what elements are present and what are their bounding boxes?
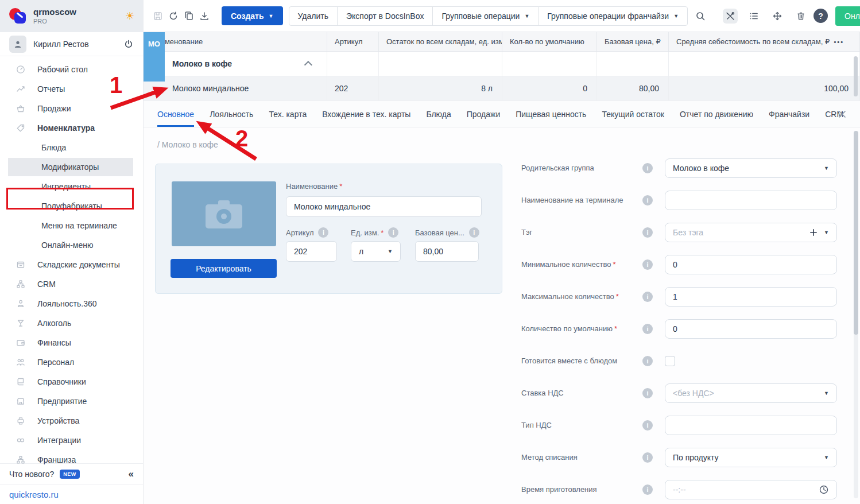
sidebar-item-персонал[interactable]: Персонал: [0, 352, 143, 372]
table-row-group[interactable]: Молоко в кофе: [144, 52, 860, 76]
help-button[interactable]: ?: [813, 9, 828, 23]
sidebar-item-предприятие[interactable]: Предприятие: [0, 391, 143, 411]
theme-toggle-sun-icon[interactable]: ☀: [125, 10, 134, 22]
sidebar-item-полуфабрикаты[interactable]: Полуфабрикаты: [0, 196, 143, 216]
sidebar-item-интеграции[interactable]: Интеграции: [0, 431, 143, 450]
tab-основное[interactable]: Основное: [157, 101, 194, 127]
tab-франчайзи[interactable]: Франчайзи: [769, 101, 809, 127]
action-button-3[interactable]: Групповые операции франчайзи▼: [538, 6, 688, 26]
min-quantity-input[interactable]: 0: [665, 255, 837, 274]
sidebar-item-онлайн-меню[interactable]: Онлайн-меню: [0, 235, 143, 255]
info-icon[interactable]: i: [642, 324, 653, 334]
delete-icon-button[interactable]: [793, 9, 808, 24]
max-quantity-input[interactable]: 1: [665, 287, 837, 307]
table-row-item[interactable]: Молоко миндальное 202 8 л 0 80,00 100,00: [144, 76, 860, 101]
add-tag-icon[interactable]: [809, 228, 818, 237]
info-icon[interactable]: i: [642, 227, 653, 238]
tab-продажи[interactable]: Продажи: [467, 101, 500, 127]
sidebar-item-лояльность-360[interactable]: Лояльность.360: [0, 294, 143, 313]
tab-блюда[interactable]: Блюда: [426, 101, 451, 127]
list-view-button[interactable]: [746, 9, 761, 24]
site-link[interactable]: quickresto.ru: [9, 490, 59, 499]
action-button-0[interactable]: Удалить: [289, 6, 338, 26]
info-icon[interactable]: i: [642, 292, 653, 302]
collapse-sidebar-icon[interactable]: «: [129, 468, 134, 480]
info-icon[interactable]: i: [642, 420, 653, 431]
item-name: Молоко миндальное: [144, 76, 327, 100]
sidebar-item-складские-документы[interactable]: Складские документы: [0, 255, 143, 274]
info-icon[interactable]: i: [318, 227, 328, 238]
chevron-up-icon[interactable]: [304, 61, 312, 69]
close-icon[interactable]: [837, 109, 847, 119]
info-icon[interactable]: i: [642, 259, 653, 270]
parent-group-select[interactable]: Молоко в кофе▼: [665, 158, 837, 178]
sidebar-item-меню-на-терминале[interactable]: Меню на терминале: [0, 216, 143, 235]
default-quantity-input[interactable]: 0: [665, 319, 837, 339]
online-chat-button[interactable]: Онлайн-чат: [835, 6, 860, 26]
base-price-input[interactable]: 80,00: [415, 241, 479, 262]
download-button[interactable]: [199, 9, 210, 24]
tab-лояльность[interactable]: Лояльность: [210, 101, 253, 127]
breadcrumb[interactable]: / Молоко в кофе: [157, 140, 218, 149]
cooked-with-dish-checkbox[interactable]: [665, 356, 675, 366]
sidebar-item-блюда[interactable]: Блюда: [0, 138, 143, 157]
tag-select[interactable]: Без тэга▼: [665, 223, 837, 242]
detail-form: Родительская группаiМолоко в кофе▼Наимен…: [521, 152, 843, 504]
cooking-time-select[interactable]: --:--: [665, 480, 837, 499]
sidebar-item-отчеты[interactable]: Отчеты: [0, 79, 143, 99]
name-input[interactable]: Молоко миндальное: [286, 196, 482, 217]
tools-button[interactable]: [723, 9, 738, 24]
sidebar-item-ингредиенты[interactable]: Ингредиенты: [0, 177, 143, 196]
column-header-4[interactable]: Базовая цена, ₽: [597, 32, 669, 51]
unit-select[interactable]: л▼: [351, 241, 401, 262]
sidebar-item-финансы[interactable]: Финансы: [0, 333, 143, 352]
vat-rate-select[interactable]: <без НДС>▼: [665, 383, 837, 403]
create-button[interactable]: Создать▼: [222, 6, 283, 25]
column-header-0[interactable]: Наименование: [144, 32, 327, 51]
sidebar-item-устройства[interactable]: Устройства: [0, 411, 143, 431]
info-icon[interactable]: i: [469, 227, 479, 238]
info-icon[interactable]: i: [642, 388, 653, 398]
info-icon[interactable]: i: [642, 195, 653, 206]
column-header-2[interactable]: Остаток по всем складам, ед. изм.: [379, 32, 502, 51]
writeoff-method-select[interactable]: По продукту▼: [665, 448, 837, 467]
tab-тех-карта[interactable]: Тех. карта: [269, 101, 307, 127]
action-button-2[interactable]: Групповые операции▼: [432, 6, 539, 26]
search-button[interactable]: [695, 9, 706, 24]
info-icon[interactable]: i: [642, 163, 653, 173]
sidebar-item-crm[interactable]: CRM: [0, 274, 143, 294]
info-icon[interactable]: i: [642, 356, 653, 366]
info-icon[interactable]: i: [642, 452, 653, 463]
sidebar-item-номенклатура[interactable]: Номенклатура: [0, 118, 143, 138]
copy-button[interactable]: [184, 9, 194, 24]
info-icon[interactable]: i: [642, 484, 653, 495]
tab-пищевая-ценность[interactable]: Пищевая ценность: [516, 101, 586, 127]
tab-отчет-по-движению[interactable]: Отчет по движению: [680, 101, 753, 127]
sku-input[interactable]: 202: [286, 241, 337, 262]
column-header-1[interactable]: Артикул: [327, 32, 379, 51]
action-button-1[interactable]: Экспорт в DocsInBox: [337, 6, 433, 26]
terminal-name-input[interactable]: [665, 191, 837, 210]
table-scrollbar-thumb[interactable]: [854, 56, 858, 96]
info-icon[interactable]: i: [388, 227, 398, 238]
tab-вхождение-в-тех-карты[interactable]: Вхождение в тех. карты: [322, 101, 410, 127]
sidebar-item-справочники[interactable]: Справочники: [0, 372, 143, 391]
photo-placeholder[interactable]: [172, 181, 276, 246]
refresh-button[interactable]: [168, 9, 179, 24]
form-scrollbar-thumb[interactable]: [854, 131, 858, 335]
whats-new-link[interactable]: Что нового?: [9, 470, 54, 479]
sidebar-item-рабочий-стол[interactable]: Рабочий стол: [0, 60, 143, 79]
move-button[interactable]: [770, 9, 785, 24]
save-button[interactable]: [153, 9, 163, 24]
more-columns-button[interactable]: •••: [834, 32, 844, 52]
sidebar-item-алкоголь[interactable]: Алкоголь: [0, 313, 143, 333]
logout-power-icon[interactable]: [123, 39, 134, 49]
vat-type-input[interactable]: [665, 416, 837, 435]
edit-button[interactable]: Редактировать: [171, 259, 277, 278]
column-header-3[interactable]: Кол-во по умолчанию: [502, 32, 597, 51]
tab-текущий-остаток[interactable]: Текущий остаток: [602, 101, 664, 127]
topbar-toolbar: Создать▼ УдалитьЭкспорт в DocsInBoxГрупп…: [144, 0, 860, 32]
sidebar-item-модификаторы[interactable]: Модификаторы: [0, 157, 143, 177]
column-header-5[interactable]: Средняя себестоимость по всем складам, ₽: [669, 32, 860, 51]
sidebar-item-продажи[interactable]: Продажи: [0, 99, 143, 118]
